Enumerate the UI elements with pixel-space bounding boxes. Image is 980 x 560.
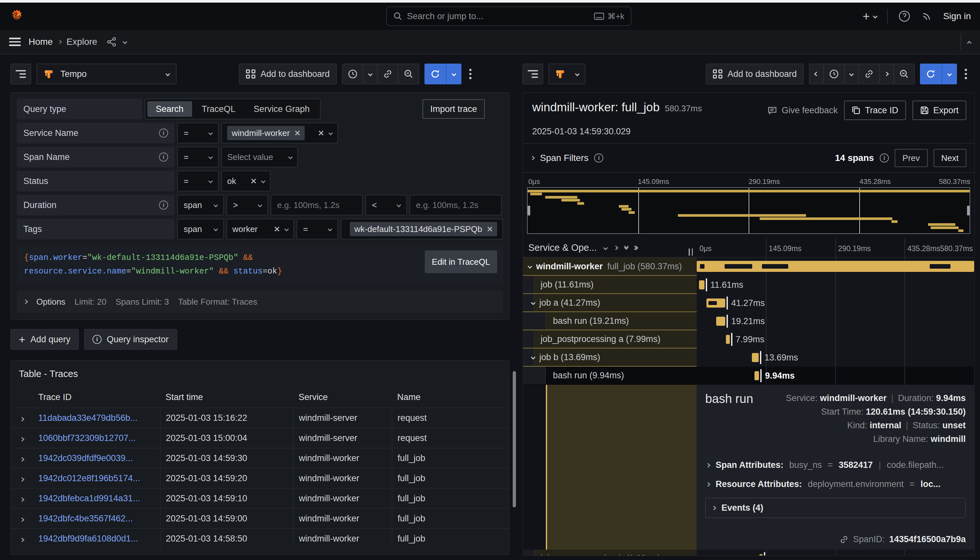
clear-icon[interactable] — [318, 130, 324, 136]
global-search[interactable]: ⌘+k — [386, 7, 632, 26]
span-row[interactable]: bash run (19.21ms) 19.21ms — [523, 312, 974, 330]
chevron-down-icon[interactable] — [604, 246, 607, 250]
range-handle-left[interactable] — [528, 206, 530, 215]
link-icon[interactable] — [840, 535, 848, 544]
events-accordion[interactable]: Events (4) — [705, 498, 966, 518]
run-query-button[interactable] — [425, 63, 462, 84]
export-button[interactable]: Export — [913, 101, 967, 120]
expand-row-icon[interactable] — [20, 457, 24, 462]
new-menu-button[interactable]: + — [863, 10, 877, 22]
status-operator[interactable]: = — [177, 171, 219, 192]
col-trace-id[interactable]: Trace ID — [33, 387, 160, 408]
expand-row-icon[interactable] — [20, 497, 24, 502]
share-icon[interactable] — [107, 37, 117, 47]
query-options-row[interactable]: Options Limit: 20 Spans Limit: 3 Table F… — [17, 291, 503, 313]
expand-row-icon[interactable] — [20, 437, 24, 441]
clear-icon[interactable] — [274, 226, 280, 232]
span-row[interactable]: job a (41.27ms) 41.27ms — [523, 294, 974, 312]
service-name-operator[interactable]: = — [177, 123, 219, 143]
more-options-icon[interactable] — [467, 66, 474, 82]
table-row[interactable]: 1942dbfebca1d9914a31...2025-01-03 14:59:… — [11, 488, 509, 508]
import-trace-button[interactable]: Import trace — [423, 99, 485, 119]
expand-row-icon[interactable] — [20, 517, 24, 522]
chevron-right-icon[interactable] — [614, 246, 618, 250]
table-row[interactable]: 1942dbf9d9fa6108d0d1...2025-01-03 14:58:… — [11, 528, 509, 548]
duration-max-input[interactable] — [410, 195, 502, 215]
trace-id-link[interactable]: 1942dc039dfdf9e0039... — [38, 453, 133, 463]
span-row-selected[interactable]: bash run (9.94ms) 9.94ms — [523, 367, 974, 385]
tab-traceql[interactable]: TraceQL — [193, 101, 244, 117]
service-name-value[interactable]: windmill-worker — [221, 123, 338, 143]
help-icon[interactable] — [898, 10, 910, 22]
collapse-icon[interactable] — [528, 264, 532, 268]
remove-icon[interactable] — [487, 226, 493, 232]
expand-row-icon[interactable] — [20, 477, 24, 482]
span-row[interactable]: job b (13.69ms) 13.69ms — [523, 348, 974, 367]
duration-min-input[interactable] — [271, 195, 363, 215]
trace-id-button[interactable]: Trace ID — [844, 101, 906, 120]
add-to-dashboard-button[interactable]: Add to dashboard — [706, 63, 804, 84]
table-row[interactable]: 1060bbf732309b12707...2025-01-03 15:00:0… — [11, 428, 509, 448]
search-input[interactable] — [407, 12, 589, 22]
menu-toggle-icon[interactable] — [9, 38, 21, 46]
span-name-operator[interactable]: = — [177, 147, 219, 167]
prev-button[interactable]: Prev — [895, 149, 927, 167]
trace-id-link[interactable]: 1942dbfebca1d9914a31... — [38, 493, 140, 503]
span-row[interactable]: job (11.61ms) 11.61ms — [523, 276, 974, 294]
breadcrumb-explore[interactable]: Explore — [67, 37, 97, 47]
refresh-interval-dropdown[interactable] — [447, 63, 462, 84]
time-picker-button[interactable] — [824, 64, 845, 84]
breadcrumb-home[interactable]: Home — [28, 37, 53, 47]
query-outline-button[interactable] — [10, 63, 31, 84]
news-rss-icon[interactable] — [921, 10, 933, 22]
tags-value[interactable]: wk-default-133114d6a91e-PSPQb — [341, 219, 503, 240]
add-to-dashboard-button[interactable]: Add to dashboard — [239, 63, 337, 84]
trace-id-link[interactable]: 1942dc012e8f196b5174... — [38, 473, 140, 483]
tags-operator[interactable]: = — [297, 219, 338, 240]
more-options-icon[interactable] — [962, 66, 970, 82]
trace-id-link[interactable]: 1942dbfc4be3567f462... — [38, 513, 133, 523]
datasource-picker[interactable]: Tempo — [36, 63, 177, 84]
add-query-button[interactable]: +Add query — [10, 329, 79, 350]
chevron-down-icon[interactable] — [123, 40, 127, 44]
col-start-time[interactable]: Start time — [160, 387, 293, 408]
span-attributes-accordion[interactable]: Span Attributes: busy_ns=3582417 |code.f… — [705, 455, 966, 474]
tab-service-graph[interactable]: Service Graph — [245, 101, 318, 117]
table-row[interactable]: 11dabada33e479db56b...2025-01-03 15:16:2… — [11, 408, 509, 428]
tags-key[interactable]: worker — [227, 219, 294, 240]
table-row[interactable]: 1942dbfc4be3567f462...2025-01-03 14:59:0… — [11, 508, 509, 528]
refresh-interval-dropdown[interactable] — [942, 63, 957, 84]
zoom-out-button[interactable] — [894, 64, 914, 84]
table-row[interactable]: 1942dc012e8f196b5174...2025-01-03 14:59:… — [11, 468, 509, 488]
collapse-panel-icon[interactable] — [967, 41, 972, 45]
table-row[interactable]: 1942dc039dfdf9e0039...2025-01-03 14:59:3… — [11, 448, 509, 468]
datasource-picker-mini[interactable] — [548, 63, 585, 84]
clear-icon[interactable] — [250, 178, 257, 184]
duration-op-lt[interactable]: < — [365, 195, 407, 215]
time-shift-forward-icon[interactable] — [880, 64, 894, 84]
tags-scope[interactable]: span — [177, 219, 224, 240]
collapse-all-icon[interactable] — [635, 246, 638, 250]
expand-row-icon[interactable] — [20, 417, 24, 421]
duration-op-gt[interactable]: > — [227, 195, 268, 215]
trace-id-link[interactable]: 1942dbf9d9fa6108d0d1... — [38, 534, 138, 543]
grafana-logo-icon[interactable] — [9, 8, 25, 24]
time-shift-back-icon[interactable] — [810, 64, 824, 84]
query-inspector-button[interactable]: Query inspector — [84, 329, 177, 350]
span-name-value[interactable]: Select value — [221, 147, 298, 167]
time-picker-dropdown[interactable] — [363, 64, 378, 84]
status-value[interactable]: ok — [221, 171, 271, 192]
col-name[interactable]: Name — [392, 387, 509, 408]
col-service[interactable]: Service — [293, 387, 392, 408]
scrollbar-thumb[interactable] — [513, 371, 516, 507]
sign-in-button[interactable]: Sign in — [943, 11, 971, 22]
zoom-out-button[interactable] — [398, 64, 418, 84]
give-feedback-button[interactable]: Give feedback — [767, 105, 838, 115]
query-outline-button[interactable] — [522, 63, 543, 84]
trace-id-link[interactable]: 1060bbf732309b12707... — [38, 433, 136, 443]
link-button[interactable] — [859, 64, 880, 84]
chevron-right-icon[interactable] — [530, 156, 535, 160]
next-button[interactable]: Next — [933, 149, 967, 167]
service-operation-header[interactable]: Service & Ope... — [528, 242, 597, 253]
trace-id-link[interactable]: 11dabada33e479db56b... — [38, 413, 138, 423]
